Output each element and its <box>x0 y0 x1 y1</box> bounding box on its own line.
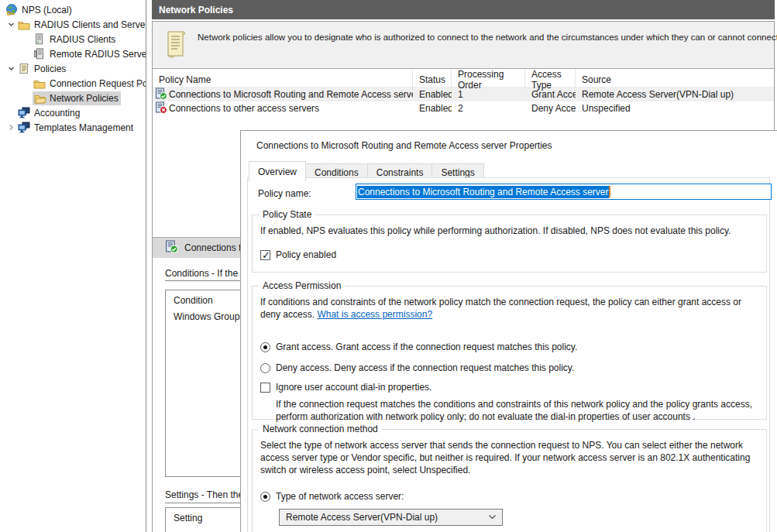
policies-table: Policy Name Status Processing Order Acce… <box>153 69 774 115</box>
tree-item-label: Remote RADIUS Server <box>50 49 146 60</box>
deny-access-radio[interactable] <box>260 363 270 373</box>
policy-grant-icon <box>165 240 178 256</box>
deny-access-row[interactable]: Deny access. Deny access if the connecti… <box>260 362 758 373</box>
group-title: Policy State <box>259 209 315 220</box>
folder-icon <box>17 19 30 31</box>
sidebar-item-remote-radius-server[interactable]: Remote RADIUS Server <box>0 46 146 61</box>
ignore-dialin-checkbox[interactable] <box>260 383 270 393</box>
server-icon <box>33 33 46 46</box>
conditions-section-label: Conditions - If the fo <box>165 268 248 279</box>
checkbox-label: Policy enabled <box>276 249 336 260</box>
processing-order-cell: 1 <box>452 89 525 100</box>
sidebar-item-radius-clients[interactable]: RADIUS Clients <box>0 32 146 46</box>
chevron-down-icon[interactable] <box>5 63 17 75</box>
tree-item-label: Accounting <box>34 108 80 118</box>
pane-description: Network policies allow you to designate … <box>198 33 777 42</box>
radio-label: Type of network access server: <box>276 491 404 502</box>
policy-name-cell: Connections to Microsoft Routing and Rem… <box>169 89 413 100</box>
ncm-description: Select the type of network access server… <box>260 439 758 476</box>
sidebar-item-network-policies[interactable]: Network Policies <box>0 91 146 105</box>
server-icon <box>33 48 46 60</box>
column-header-access-type[interactable]: Access Type <box>525 69 576 91</box>
description-band: Network policies allow you to designate … <box>153 22 774 69</box>
tree-item-label: NPS (Local) <box>22 5 72 15</box>
tree-item-label: Connection Request Po <box>50 78 146 89</box>
policy-state-group: Policy State If enabled, NPS evaluates t… <box>252 215 767 273</box>
scroll-icon <box>17 63 30 75</box>
access-type-cell: Grant Access <box>525 89 576 100</box>
policy-name-cell: Connections to other access servers <box>169 103 319 114</box>
radio-label: Deny access. Deny access if the connecti… <box>276 362 574 373</box>
network-connection-method-group: Network connection method Select the typ… <box>252 429 767 532</box>
computers-icon <box>17 107 30 119</box>
scroll-icon <box>165 29 188 62</box>
grant-access-radio[interactable] <box>260 342 270 352</box>
sidebar-item-policies[interactable]: Policies <box>0 61 146 76</box>
computers-icon <box>17 122 30 134</box>
table-row[interactable]: Connections to Microsoft Routing and Rem… <box>153 88 774 101</box>
column-header-status[interactable]: Status <box>413 69 452 91</box>
tree-item-label: RADIUS Clients <box>50 34 115 45</box>
radio-label: Grant access. Grant access if the connec… <box>276 342 577 352</box>
policy-properties-dialog: Connections to Microsoft Routing and Rem… <box>240 130 777 532</box>
sidebar-item-connection-request-policies[interactable]: Connection Request Po <box>0 76 146 91</box>
sidebar-item-radius-clients-and-servers[interactable]: RADIUS Clients and Servers <box>0 17 146 32</box>
folder-icon <box>33 77 46 90</box>
column-header-processing-order[interactable]: Processing Order <box>452 69 525 91</box>
selected-text: Connections to Microsoft Routing and Rem… <box>357 186 609 198</box>
text-caret <box>609 186 610 197</box>
type-of-nas-row[interactable]: Type of network access server: <box>260 491 758 502</box>
status-cell: Enabled <box>413 89 452 100</box>
chevron-down-icon[interactable] <box>5 19 17 31</box>
globe-key-icon <box>5 4 18 16</box>
access-permission-help-link[interactable]: What is access permission? <box>317 309 432 320</box>
nas-type-select[interactable]: Remote Access Server(VPN-Dial up) <box>279 509 503 526</box>
access-permission-group: Access Permission If conditions and cons… <box>252 286 767 420</box>
group-title: Network connection method <box>259 424 382 434</box>
table-header-row: Policy Name Status Processing Order Acce… <box>153 69 774 88</box>
group-title: Access Permission <box>259 280 345 291</box>
sidebar-item-templates-management[interactable]: Templates Management <box>0 120 146 135</box>
checkbox-label: Ignore user account dial-in properties. <box>276 382 431 393</box>
policy-name-label: Policy name: <box>258 188 311 199</box>
column-header-source[interactable]: Source <box>576 69 774 91</box>
folder-open-icon <box>33 92 46 105</box>
source-cell: Unspecified <box>576 103 774 114</box>
settings-section-label: Settings - Then the f <box>165 489 249 500</box>
processing-order-cell: 2 <box>452 103 525 114</box>
status-cell: Enabled <box>413 103 452 114</box>
tree-item-label: Network Policies <box>50 93 119 104</box>
combo-chevron-icon <box>488 512 497 523</box>
tree-item-label: Templates Management <box>34 122 133 133</box>
table-row[interactable]: Connections to other access servers Enab… <box>153 101 774 115</box>
policy-enabled-row[interactable]: Policy enabled <box>260 249 758 260</box>
policy-name-field[interactable]: Connections to Microsoft Routing and Rem… <box>356 184 772 200</box>
tree-item-label: RADIUS Clients and Servers <box>34 19 146 30</box>
dialog-title: Connections to Microsoft Routing and Rem… <box>256 140 552 151</box>
grant-access-row[interactable]: Grant access. Grant access if the connec… <box>260 342 758 352</box>
pane-header: Network Policies <box>152 0 775 19</box>
sidebar-item-nps-local[interactable]: NPS (Local) <box>0 2 146 17</box>
policy-enabled-checkbox[interactable] <box>260 250 270 260</box>
ignore-dialin-row[interactable]: Ignore user account dial-in properties. <box>260 382 758 393</box>
sidebar-item-accounting[interactable]: Accounting <box>0 105 146 120</box>
select-value: Remote Access Server(VPN-Dial up) <box>286 512 438 523</box>
chevron-right-icon[interactable] <box>5 122 17 134</box>
access-permission-description: If conditions and constraints of the net… <box>260 296 744 321</box>
policy-state-description: If enabled, NPS evaluates this policy wh… <box>260 225 758 237</box>
tab-overview[interactable]: Overview <box>249 161 306 181</box>
source-cell: Remote Access Server(VPN-Dial up) <box>576 89 774 100</box>
pane-title: Network Policies <box>159 5 233 15</box>
console-tree-panel: NPS (Local) RADIUS Clients and Servers R… <box>0 0 146 532</box>
access-type-cell: Deny Access <box>525 103 576 114</box>
type-of-nas-radio[interactable] <box>260 492 270 502</box>
tree-item-label: Policies <box>34 63 66 74</box>
ignore-dialin-note: If the connection request matches the co… <box>276 398 758 423</box>
policy-grant-icon <box>155 88 167 102</box>
policy-deny-icon <box>155 101 167 116</box>
